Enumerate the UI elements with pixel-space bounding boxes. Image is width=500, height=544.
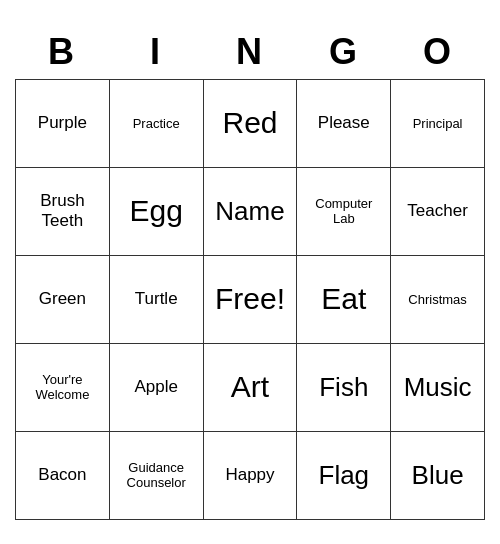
bingo-cell: Free! (204, 256, 298, 344)
header-letter: B (15, 25, 109, 79)
cell-text: Your'reWelcome (35, 372, 89, 402)
cell-text: Teacher (407, 201, 467, 221)
cell-text: Happy (225, 465, 274, 485)
bingo-header: BINGO (15, 25, 485, 79)
header-letter: G (297, 25, 391, 79)
header-letter: N (203, 25, 297, 79)
cell-text: BrushTeeth (40, 191, 84, 231)
cell-text: Turtle (135, 289, 178, 309)
bingo-cell: Eat (297, 256, 391, 344)
bingo-cell: Green (16, 256, 110, 344)
cell-text: Art (231, 370, 269, 404)
cell-text: Egg (130, 194, 183, 228)
cell-text: Purple (38, 113, 87, 133)
bingo-cell: Principal (391, 80, 485, 168)
bingo-cell: Bacon (16, 432, 110, 520)
bingo-cell: Turtle (110, 256, 204, 344)
cell-text: Principal (413, 116, 463, 131)
bingo-cell: Teacher (391, 168, 485, 256)
bingo-cell: Please (297, 80, 391, 168)
bingo-cell: Your'reWelcome (16, 344, 110, 432)
bingo-cell: GuidanceCounselor (110, 432, 204, 520)
cell-text: Green (39, 289, 86, 309)
cell-text: Apple (134, 377, 177, 397)
cell-text: Please (318, 113, 370, 133)
bingo-cell: Name (204, 168, 298, 256)
bingo-cell: Art (204, 344, 298, 432)
cell-text: Eat (321, 282, 366, 316)
bingo-cell: Red (204, 80, 298, 168)
bingo-cell: Christmas (391, 256, 485, 344)
cell-text: Practice (133, 116, 180, 131)
cell-text: Red (222, 106, 277, 140)
cell-text: GuidanceCounselor (127, 460, 186, 490)
bingo-cell: Apple (110, 344, 204, 432)
cell-text: Blue (412, 460, 464, 491)
cell-text: Music (404, 372, 472, 403)
bingo-cell: Music (391, 344, 485, 432)
bingo-cell: Purple (16, 80, 110, 168)
bingo-cell: Blue (391, 432, 485, 520)
bingo-grid: PurplePracticeRedPleasePrincipalBrushTee… (15, 79, 485, 520)
header-letter: I (109, 25, 203, 79)
cell-text: ComputerLab (315, 196, 372, 226)
header-letter: O (391, 25, 485, 79)
bingo-cell: BrushTeeth (16, 168, 110, 256)
bingo-cell: ComputerLab (297, 168, 391, 256)
bingo-cell: Egg (110, 168, 204, 256)
bingo-cell: Practice (110, 80, 204, 168)
cell-text: Bacon (38, 465, 86, 485)
bingo-card: BINGO PurplePracticeRedPleasePrincipalBr… (15, 25, 485, 520)
bingo-cell: Happy (204, 432, 298, 520)
bingo-cell: Flag (297, 432, 391, 520)
cell-text: Name (215, 196, 284, 227)
cell-text: Fish (319, 372, 368, 403)
cell-text: Free! (215, 282, 285, 316)
cell-text: Christmas (408, 292, 467, 307)
bingo-cell: Fish (297, 344, 391, 432)
cell-text: Flag (319, 460, 370, 491)
